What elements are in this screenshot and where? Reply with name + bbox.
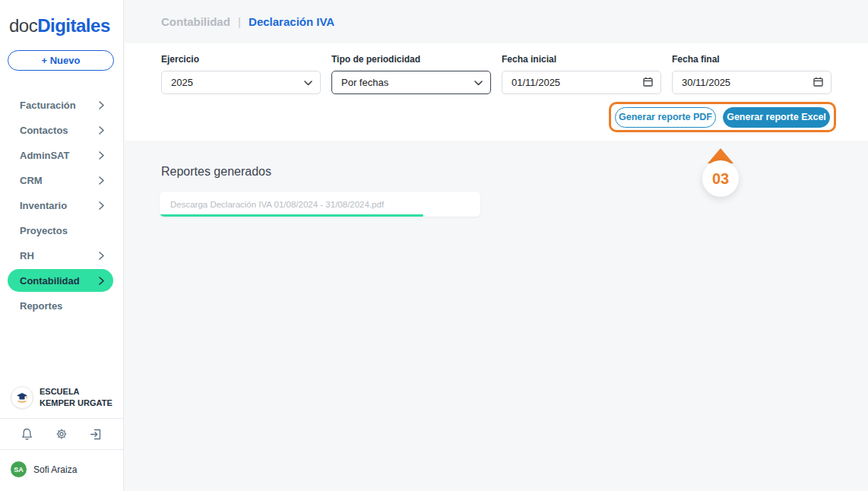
calendar-icon[interactable] — [813, 77, 823, 89]
periodicidad-value: Por fechas — [341, 77, 388, 88]
logo-prefix: doc — [9, 15, 37, 36]
chevron-right-icon — [99, 277, 104, 285]
gear-icon[interactable] — [55, 428, 68, 440]
breadcrumb-separator: | — [238, 15, 241, 28]
breadcrumb-band: Contabilidad | Declaración IVA — [125, 0, 868, 43]
main-area: Contabilidad | Declaración IVA Ejercicio… — [125, 0, 868, 491]
sidebar-item-contabilidad[interactable]: Contabilidad — [8, 269, 113, 292]
sidebar-item-label: Proyectos — [20, 225, 68, 236]
logout-icon[interactable] — [90, 429, 102, 440]
fecha-inicial-label: Fecha inicial — [502, 54, 661, 65]
chevron-right-icon — [99, 151, 104, 160]
ejercicio-select[interactable]: 2025 — [161, 71, 321, 94]
company-name: ESCUELA KEMPER URGATE — [40, 386, 116, 409]
sidebar-nav: Facturación Contactos AdminSAT CRM Inven… — [0, 93, 123, 317]
step-number-badge: 03 — [702, 160, 739, 197]
sidebar-item-proyectos[interactable]: Proyectos — [8, 219, 113, 242]
sidebar-item-label: RH — [20, 250, 34, 261]
step-annotation: 03 — [702, 148, 740, 197]
chevron-down-icon — [304, 77, 312, 88]
ejercicio-label: Ejercicio — [161, 54, 321, 65]
sidebar-item-rh[interactable]: RH — [8, 244, 113, 267]
field-fecha-inicial: Fecha inicial 01/11/2025 — [502, 54, 661, 94]
generate-excel-button[interactable]: Generar reporte Excel — [723, 107, 830, 128]
breadcrumb: Contabilidad | Declaración IVA — [161, 15, 334, 28]
user-block[interactable]: SA Sofi Araiza — [0, 450, 123, 491]
sidebar-item-contactos[interactable]: Contactos — [8, 119, 113, 141]
sidebar-item-facturacion[interactable]: Facturación — [8, 93, 113, 116]
report-download-item[interactable]: Descarga Declaración IVA 01/08/2024 - 31… — [160, 192, 480, 217]
sidebar-item-label: Reportes — [20, 300, 62, 312]
sidebar-item-crm[interactable]: CRM — [8, 169, 113, 192]
chevron-right-icon — [99, 101, 104, 109]
bell-icon[interactable] — [21, 428, 33, 441]
chevron-right-icon — [99, 201, 104, 210]
chevron-right-icon — [99, 126, 104, 135]
ejercicio-value: 2025 — [171, 77, 193, 88]
field-ejercicio: Ejercicio 2025 — [161, 54, 321, 94]
report-filter-panel: Ejercicio 2025 Tipo de periodicidad Por … — [125, 43, 868, 141]
company-logo — [11, 386, 33, 409]
chevron-right-icon — [99, 176, 104, 185]
new-button[interactable]: + Nuevo — [8, 50, 114, 71]
sidebar-item-label: Contabilidad — [20, 275, 80, 287]
sidebar: docDigitales + Nuevo Facturación Contact… — [0, 0, 124, 491]
sidebar-footer: ESCUELA KEMPER URGATE SA Sofi Araiza — [0, 379, 123, 491]
chevron-down-icon — [474, 77, 483, 88]
periodicidad-select[interactable]: Por fechas — [331, 71, 491, 94]
breadcrumb-parent[interactable]: Contabilidad — [161, 15, 230, 28]
sidebar-icon-row — [0, 418, 123, 450]
chevron-right-icon — [99, 252, 104, 260]
fecha-final-input[interactable]: 30/11/2025 — [672, 71, 832, 94]
reports-heading: Reportes generados — [161, 165, 271, 179]
user-avatar: SA — [11, 461, 27, 477]
company-block[interactable]: ESCUELA KEMPER URGATE — [0, 379, 123, 418]
calendar-icon[interactable] — [643, 77, 653, 89]
fecha-final-value: 30/11/2025 — [682, 77, 730, 88]
logo-suffix: Digitales — [37, 15, 110, 36]
sidebar-item-reportes[interactable]: Reportes — [8, 294, 113, 317]
app-logo: docDigitales — [0, 0, 123, 36]
fecha-inicial-value: 01/11/2025 — [512, 77, 560, 88]
reports-section: Reportes generados Descarga Declaración … — [125, 141, 868, 491]
sidebar-item-label: Contactos — [20, 125, 68, 136]
fecha-final-label: Fecha final — [672, 54, 832, 65]
sidebar-item-label: AdminSAT — [20, 150, 69, 161]
sidebar-item-inventario[interactable]: Inventario — [8, 194, 113, 217]
sidebar-item-label: Inventario — [20, 200, 67, 211]
graduation-cap-icon — [14, 390, 30, 405]
sidebar-item-label: Facturación — [20, 100, 76, 111]
report-download-label: Descarga Declaración IVA 01/08/2024 - 31… — [170, 200, 384, 209]
field-fecha-final: Fecha final 30/11/2025 — [672, 54, 832, 94]
download-progress-bar — [160, 214, 423, 217]
breadcrumb-current: Declaración IVA — [249, 15, 334, 28]
fecha-inicial-input[interactable]: 01/11/2025 — [502, 71, 661, 94]
annotation-highlight-border: Generar reporte PDF Generar reporte Exce… — [609, 102, 836, 132]
sidebar-item-adminsat[interactable]: AdminSAT — [8, 144, 113, 166]
field-periodicidad: Tipo de periodicidad Por fechas — [331, 54, 491, 94]
sidebar-item-label: CRM — [20, 175, 43, 186]
user-name: Sofi Araiza — [33, 464, 77, 475]
generate-pdf-button[interactable]: Generar reporte PDF — [615, 107, 716, 128]
periodicidad-label: Tipo de periodicidad — [331, 54, 491, 65]
